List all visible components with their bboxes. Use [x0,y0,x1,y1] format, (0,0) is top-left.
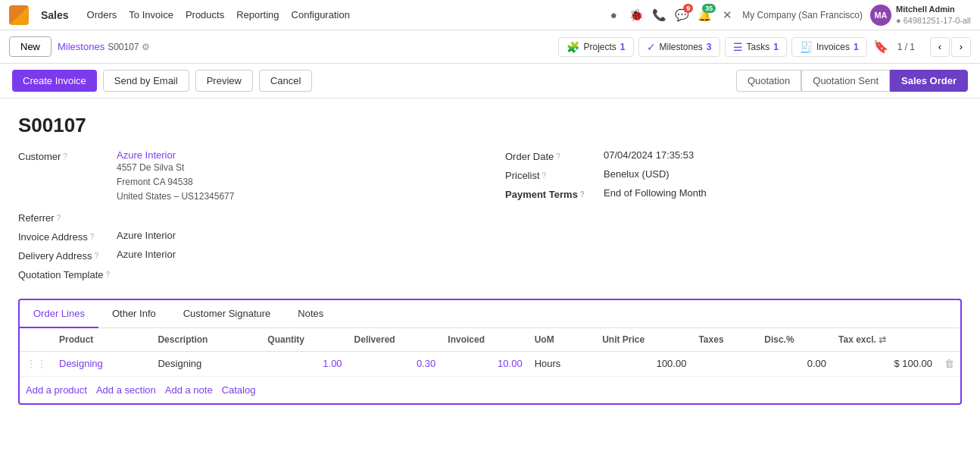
order-date-help-icon[interactable]: ? [556,152,560,161]
form-right: Order Date ? 07/04/2024 17:35:53 Priceli… [505,149,962,287]
row-uom[interactable]: Hours [529,351,597,376]
row-description[interactable]: Designing [151,351,261,376]
activity-icon[interactable]: 🔔35 [697,8,712,23]
delivery-address-value[interactable]: Azure Interior [117,249,176,260]
invoice-address-value[interactable]: Azure Interior [117,230,176,241]
customer-name-link[interactable]: Azure Interior [117,149,234,161]
dot-icon[interactable]: ● [606,8,621,23]
col-tax-excl: Tax excl. ⇄ [832,328,938,352]
invoices-count: 1 [854,42,859,52]
send-by-email-button[interactable]: Send by Email [103,70,189,92]
user-id: ● 64981251-17-0-all [896,15,971,26]
col-product: Product [53,328,151,352]
payment-terms-help-icon[interactable]: ? [580,190,585,199]
nav-arrows: ‹ › [930,37,971,57]
drag-handle-icon[interactable]: ⋮⋮ [26,358,47,370]
pager: 1 / 1 [897,42,915,52]
phone-icon[interactable]: 📞 [651,8,666,23]
nav-to-invoice[interactable]: To Invoice [129,6,173,24]
status-order-button[interactable]: Sales Order [890,70,968,92]
main-content: S00107 Customer ? Azure Interior 4557 De… [0,99,980,470]
col-settings-icon[interactable]: ⇄ [879,334,886,345]
pricelist-value[interactable]: Benelux (USD) [604,168,669,180]
new-button[interactable]: New [9,36,51,57]
row-taxes[interactable] [692,351,758,376]
second-bar: New Milestones S00107 ⚙ 🧩 Projects 1 ✓ M… [0,30,980,64]
app-name[interactable]: Sales [41,9,69,21]
company-name[interactable]: My Company (San Francisco) [742,10,863,20]
quotation-template-help-icon[interactable]: ? [106,271,111,279]
bug-icon[interactable]: 🐞 [629,8,644,23]
order-number: S00107 [18,114,962,137]
nav-configuration[interactable]: Configuration [292,6,350,24]
customer-value: Azure Interior 4557 De Silva St Fremont … [117,149,234,205]
order-table: Product Description Quantity Delivered I… [20,328,960,377]
col-disc: Disc.% [758,328,832,352]
activity-badge: 35 [702,4,716,13]
user-avatar: MA [870,5,891,26]
pricelist-field: Pricelist ? Benelux (USD) [505,168,962,181]
add-note-link[interactable]: Add a note [165,384,213,396]
top-nav: Sales Orders To Invoice Products Reporti… [0,0,980,30]
add-section-link[interactable]: Add a section [96,384,156,396]
projects-count: 1 [620,42,626,52]
invoices-icon: 🧾 [800,41,813,53]
nav-products[interactable]: Products [186,6,224,24]
user-menu[interactable]: MA Mitchell Admin ● 64981251-17-0-all [870,4,971,26]
preview-button[interactable]: Preview [195,70,253,92]
col-quantity: Quantity [261,328,348,352]
breadcrumb-parent[interactable]: Milestones [58,41,105,52]
pricelist-help-icon[interactable]: ? [542,171,547,180]
tab-notes[interactable]: Notes [284,300,337,328]
row-unit-price[interactable]: 100.00 [596,351,692,376]
tasks-button[interactable]: ☰ Tasks 1 [725,37,787,57]
delivery-address-help-icon[interactable]: ? [95,252,99,260]
invoices-button[interactable]: 🧾 Invoices 1 [791,37,867,57]
status-quotation-button[interactable]: Quotation [736,70,801,92]
referrer-help-icon[interactable]: ? [57,214,61,222]
nav-right: ● 🐞 📞 💬9 🔔35 ✕ My Company (San Francisco… [606,4,971,26]
invoice-address-help-icon[interactable]: ? [90,233,95,241]
milestones-button[interactable]: ✓ Milestones 3 [638,37,720,57]
payment-terms-label: Payment Terms ? [505,187,604,200]
row-delivered[interactable]: 0.30 [348,351,442,376]
chat-icon[interactable]: 💬9 [674,8,689,23]
create-invoice-button[interactable]: Create Invoice [12,70,97,92]
col-invoiced: Invoiced [442,328,528,352]
milestones-label: Milestones [660,42,703,52]
settings-icon[interactable]: ⚙ [142,42,150,52]
tabs-header: Order Lines Other Info Customer Signatur… [20,300,960,328]
prev-button[interactable]: ‹ [930,37,950,57]
nav-reporting[interactable]: Reporting [236,6,279,24]
chat-badge: 9 [683,4,693,13]
catalog-link[interactable]: Catalog [222,384,256,396]
order-date-value[interactable]: 07/04/2024 17:35:53 [604,149,694,161]
row-invoiced[interactable]: 10.00 [442,351,528,376]
referrer-field: Referrer ? [18,211,475,224]
customer-help-icon[interactable]: ? [63,152,67,161]
tab-other-info[interactable]: Other Info [98,300,170,328]
tab-customer-signature[interactable]: Customer Signature [170,300,285,328]
tab-order-lines[interactable]: Order Lines [20,300,98,328]
status-sent-button[interactable]: Quotation Sent [801,70,890,92]
nav-orders[interactable]: Orders [87,6,117,24]
row-tax-excl: $ 100.00 [832,351,938,376]
action-bar: Create Invoice Send by Email Preview Can… [0,64,980,99]
tasks-label: Tasks [747,42,770,52]
row-disc[interactable]: 0.00 [758,351,832,376]
cancel-button[interactable]: Cancel [259,70,312,92]
milestones-icon: ✓ [647,41,656,53]
order-date-field: Order Date ? 07/04/2024 17:35:53 [505,149,962,162]
next-button[interactable]: › [951,37,971,57]
delete-row-icon[interactable]: 🗑 [944,358,954,369]
row-quantity[interactable]: 1.00 [261,351,348,376]
payment-terms-value[interactable]: End of Following Month [604,187,707,199]
close-icon[interactable]: ✕ [719,8,735,23]
payment-terms-field: Payment Terms ? End of Following Month [505,187,962,200]
add-product-link[interactable]: Add a product [26,384,87,396]
row-product[interactable]: Designing [53,351,151,376]
tasks-icon: ☰ [733,41,743,53]
bookmark-icon[interactable]: 🔖 [873,39,888,54]
pricelist-label: Pricelist ? [505,168,604,181]
projects-button[interactable]: 🧩 Projects 1 [558,37,633,57]
